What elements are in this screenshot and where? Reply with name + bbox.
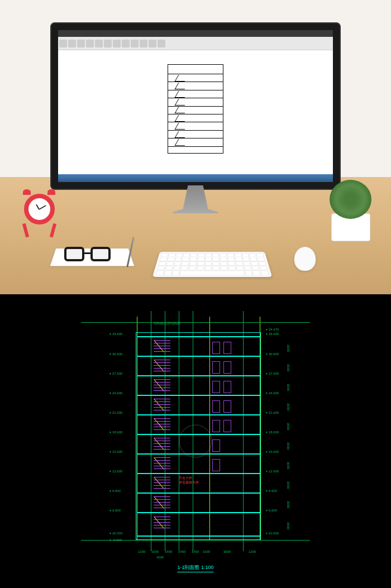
stairway xyxy=(154,379,170,395)
ribbon-tool-icon xyxy=(104,40,112,47)
monitor-screen xyxy=(58,30,333,182)
dimension-text: 1200 xyxy=(138,550,145,553)
dimension-text: 3000 xyxy=(287,462,290,469)
dimension-text: 1400 xyxy=(178,550,185,553)
dimension-text: 1600 xyxy=(203,550,210,553)
autocad-ribbon xyxy=(58,37,333,50)
dimension-text: 3000 xyxy=(287,384,290,391)
ribbon-tool-icon xyxy=(95,40,103,47)
elevation-label: 24.600 xyxy=(109,391,122,395)
door-symbol xyxy=(212,342,220,354)
door-symbol xyxy=(212,459,220,471)
potted-plant xyxy=(327,180,374,241)
elevation-label: 34.470 xyxy=(265,328,279,331)
section-drawing-bw xyxy=(156,59,235,159)
stairway xyxy=(154,517,170,532)
elevation-label: 12.600 xyxy=(109,470,122,473)
cad-drawing-black-bg: 33.600 30.600 27.600 24.600 21.600 18.60… xyxy=(0,294,391,588)
ribbon-tool-icon xyxy=(86,40,94,47)
stairway xyxy=(154,457,170,473)
dimension-text: 3600 xyxy=(223,550,231,553)
door-symbol xyxy=(212,439,220,452)
dimension-text: 1400 xyxy=(192,550,199,553)
elevation-label: 9.600 xyxy=(109,489,121,493)
dimension-text: 3000 xyxy=(287,442,290,450)
door-symbol xyxy=(212,381,220,393)
elevation-label: 33.600 xyxy=(109,332,122,336)
elevation-label: 30.600 xyxy=(109,352,122,356)
elevation-label: 12.600 xyxy=(265,470,279,473)
dimension-text: 3600 xyxy=(287,522,290,529)
desk-mockup-photo xyxy=(0,0,391,294)
dimension-text: 3000 xyxy=(287,501,290,508)
door-symbol xyxy=(223,420,231,432)
door-symbol xyxy=(212,400,220,413)
drawing-title: 1-1剖面图 1:100 xyxy=(177,564,213,572)
elevation-label: 15.600 xyxy=(265,450,279,453)
eyeglasses-icon xyxy=(64,247,117,264)
windows-taskbar xyxy=(58,174,333,182)
dimension-text: 1200 xyxy=(249,550,256,553)
elevation-label: 18.600 xyxy=(265,431,279,434)
apple-keyboard xyxy=(152,252,272,277)
stairway xyxy=(154,418,170,434)
elevation-label: 27.600 xyxy=(265,372,279,375)
ribbon-tool-icon xyxy=(77,40,85,47)
elevation-label: 18.600 xyxy=(109,431,122,434)
dimension-text: 1600 xyxy=(151,550,159,553)
dimension-text: 3000 xyxy=(287,423,290,430)
dimension-text: 4200 xyxy=(156,556,164,559)
imac-monitor xyxy=(50,22,341,212)
elevation-label: 24.600 xyxy=(265,391,279,395)
door-symbol xyxy=(223,342,231,354)
dimension-text: 3000 xyxy=(287,403,290,410)
dimension-text: 3000 xyxy=(287,364,290,371)
stairway xyxy=(154,399,170,414)
autocad-titlebar xyxy=(58,30,333,37)
ribbon-tool-icon xyxy=(122,40,130,47)
elevation-label: 21.600 xyxy=(109,411,122,414)
elevation-label: 27.600 xyxy=(109,372,122,375)
top-annotation: 结构标高详结构图 xyxy=(154,321,180,326)
elevation-label: 33.600 xyxy=(265,332,279,336)
stairway xyxy=(154,438,170,453)
elevation-label: 15.600 xyxy=(109,450,122,453)
ribbon-tool-icon xyxy=(59,40,67,47)
grid-line-horizontal xyxy=(81,322,310,323)
monitor-bezel xyxy=(50,22,341,190)
ribbon-tool-icon xyxy=(158,40,165,47)
ribbon-tool-icon xyxy=(149,40,156,47)
dimension-text: 3000 xyxy=(287,481,290,489)
apple-mouse xyxy=(294,247,317,271)
door-symbol xyxy=(212,361,220,374)
door-symbol xyxy=(223,381,231,393)
autocad-canvas-white xyxy=(58,50,333,168)
door-symbol xyxy=(223,361,231,374)
ribbon-tool-icon xyxy=(68,40,76,47)
dimension-text: 1400 xyxy=(165,550,172,553)
stairway xyxy=(154,360,170,375)
door-symbol xyxy=(223,400,231,413)
ribbon-tool-icon xyxy=(140,40,147,47)
elevation-label: 21.600 xyxy=(265,411,279,414)
stairway xyxy=(154,496,170,512)
elevation-label: -0.600 xyxy=(109,538,122,542)
red-alarm-clock xyxy=(20,194,59,241)
dimension-text: 3000 xyxy=(287,345,290,352)
stairway xyxy=(154,477,170,493)
stairway xyxy=(154,340,170,356)
elevation-label: 6.600 xyxy=(265,509,277,512)
building-section-drawing: 33.600 30.600 27.600 24.600 21.600 18.60… xyxy=(98,305,293,573)
elevation-label: 9.600 xyxy=(265,489,277,493)
ribbon-tool-icon xyxy=(131,40,139,47)
annotation-red: 详见楼梯大样 xyxy=(179,480,199,485)
ribbon-tool-icon xyxy=(113,40,121,47)
elevation-label: 6.600 xyxy=(109,509,121,512)
elevation-label: 30.600 xyxy=(265,352,279,356)
door-symbol xyxy=(212,420,220,432)
elevation-label: ±0.000 xyxy=(109,532,122,535)
elevation-label: ±0.000 xyxy=(265,532,279,535)
